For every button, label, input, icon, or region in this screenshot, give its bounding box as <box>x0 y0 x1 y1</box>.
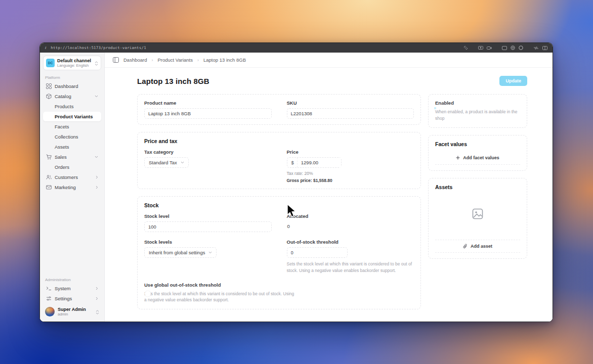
sidebar-item-label: Marketing <box>55 185 76 190</box>
assets-heading: Assets <box>435 184 520 190</box>
update-button[interactable]: Update <box>499 76 527 86</box>
split-view-icon[interactable] <box>542 46 547 50</box>
sidebar-item-label: Assets <box>55 144 69 150</box>
card-stock: Stock Stock level Allocated 0 <box>137 196 421 309</box>
product-name-label: Product name <box>144 100 272 106</box>
out-of-stock-threshold-input[interactable] <box>287 247 348 258</box>
gross-price-note: Gross price: $1,558.80 <box>287 178 414 183</box>
screen-share-icon[interactable] <box>478 46 483 50</box>
sidebar-item-assets[interactable]: Assets <box>43 142 101 152</box>
sync-icon[interactable] <box>533 46 539 50</box>
sidebar-item-system[interactable]: System <box>43 284 101 293</box>
chevron-down-icon <box>95 156 98 158</box>
section-label-administration: Administration <box>45 278 99 282</box>
currency-symbol: $ <box>287 158 298 167</box>
sidebar-item-label: Facets <box>55 124 69 129</box>
catalog-icon <box>46 94 52 99</box>
stock-levels-label: Stock levels <box>144 239 272 245</box>
chevron-right-icon <box>96 287 98 290</box>
sidebar-item-label: Catalog <box>55 94 71 99</box>
cart-icon <box>46 154 52 160</box>
sidebar-item-dashboard[interactable]: Dashboard <box>43 81 101 91</box>
sidebar-item-orders[interactable]: Orders <box>43 162 101 172</box>
browser-toolbar: i http://localhost:5173/product-variants… <box>40 43 553 53</box>
desktop-wallpaper: i http://localhost:5173/product-variants… <box>0 0 593 364</box>
sidebar-item-label: Collections <box>55 134 78 140</box>
breadcrumb-current: Laptop 13 inch 8GB <box>203 57 246 63</box>
sidebar-item-label: Product Variants <box>55 114 93 119</box>
sidebar-item-label: Products <box>55 104 74 109</box>
price-label: Price <box>287 149 414 155</box>
sku-label: SKU <box>287 100 414 106</box>
price-input[interactable] <box>298 158 341 167</box>
paperclip-icon <box>463 244 468 249</box>
sidebar-item-customers[interactable]: Customers <box>43 172 101 182</box>
record-icon[interactable] <box>519 46 523 50</box>
user-name: Super Admin <box>58 307 93 312</box>
stock-heading: Stock <box>144 202 414 208</box>
sidebar-item-collections[interactable]: Collections <box>43 132 101 142</box>
tab-icon[interactable] <box>502 46 507 50</box>
stock-level-input[interactable] <box>144 221 272 232</box>
chevron-right-icon <box>96 186 98 189</box>
chevron-right-icon: › <box>151 58 153 63</box>
chevron-updown-icon <box>95 59 98 68</box>
sku-input[interactable] <box>287 108 414 119</box>
channel-switcher[interactable]: DC Default channel Language: English <box>43 56 101 70</box>
card-facet-values: Facet values Add facet values <box>428 135 527 171</box>
out-of-stock-threshold-label: Out-of-stock threshold <box>287 239 414 245</box>
camera-icon[interactable] <box>487 46 492 50</box>
tax-category-label: Tax category <box>144 149 272 155</box>
section-label-platform: Platform <box>45 75 99 80</box>
allocated-value: 0 <box>287 221 414 231</box>
sidebar-item-products[interactable]: Products <box>43 102 101 111</box>
card-product-details: Product name SKU <box>137 94 421 125</box>
users-icon <box>46 174 52 180</box>
card-price-and-tax: Price and tax Tax category Standard Tax <box>137 132 421 189</box>
chevron-right-icon <box>96 175 98 179</box>
add-asset-button[interactable]: Add asset <box>435 240 520 253</box>
add-asset-label: Add asset <box>471 244 492 249</box>
page-title: Laptop 13 inch 8GB <box>137 77 209 85</box>
chevron-right-icon <box>96 297 98 300</box>
sidebar: DC Default channel Language: English Pla… <box>40 53 105 322</box>
sidebar-toggle-icon[interactable] <box>113 57 119 63</box>
link-icon[interactable] <box>463 46 468 50</box>
sidebar-item-label: Settings <box>55 296 72 301</box>
dashboard-icon <box>46 83 52 89</box>
mail-icon <box>46 185 52 190</box>
sidebar-item-catalog[interactable]: Catalog <box>43 92 101 101</box>
url-bar[interactable]: http://localhost:5173/product-variants/1 <box>51 46 146 50</box>
price-tax-heading: Price and tax <box>144 138 414 144</box>
breadcrumb-dashboard[interactable]: Dashboard <box>123 57 147 63</box>
sidebar-item-product-variants[interactable]: Product Variants <box>43 112 101 121</box>
breadcrumb-product-variants[interactable]: Product Variants <box>157 57 193 63</box>
tax-category-select[interactable]: Standard Tax <box>144 157 189 168</box>
chevron-down-icon <box>208 251 212 254</box>
add-facet-values-button[interactable]: Add facet values <box>435 152 520 165</box>
chevron-down-icon <box>181 161 184 164</box>
stock-levels-value: Inherit from global settings <box>149 250 205 255</box>
browser-window: i http://localhost:5173/product-variants… <box>39 42 553 322</box>
sidebar-item-settings[interactable]: Settings <box>43 294 101 303</box>
main-area: Dashboard › Product Variants › Laptop 13… <box>105 53 553 322</box>
product-name-input[interactable] <box>144 108 272 119</box>
avatar <box>45 307 55 316</box>
use-global-help-text: Sets the stock level at which this varia… <box>144 291 296 304</box>
card-assets: Assets Add asset <box>428 178 527 259</box>
channel-name: Default channel <box>57 58 92 63</box>
tax-category-value: Standard Tax <box>149 160 177 165</box>
sidebar-item-label: Customers <box>55 174 78 180</box>
sidebar-item-facets[interactable]: Facets <box>43 122 101 131</box>
globe-icon[interactable] <box>511 46 515 50</box>
use-global-threshold-label: Use global out-of-stock threshold <box>144 282 296 288</box>
enabled-help-text: When enabled, a product is available in … <box>435 109 520 122</box>
sidebar-item-marketing[interactable]: Marketing <box>43 183 101 192</box>
sliders-icon <box>46 296 52 301</box>
chevron-right-icon: › <box>197 58 199 63</box>
threshold-help-text: Sets the stock level at which this varia… <box>287 261 414 274</box>
user-menu[interactable]: Super Admin admin <box>43 304 101 317</box>
sidebar-item-sales[interactable]: Sales <box>43 152 101 162</box>
side-panel: Enabled When enabled, a product is avail… <box>428 94 527 259</box>
stock-levels-select[interactable]: Inherit from global settings <box>144 247 217 258</box>
